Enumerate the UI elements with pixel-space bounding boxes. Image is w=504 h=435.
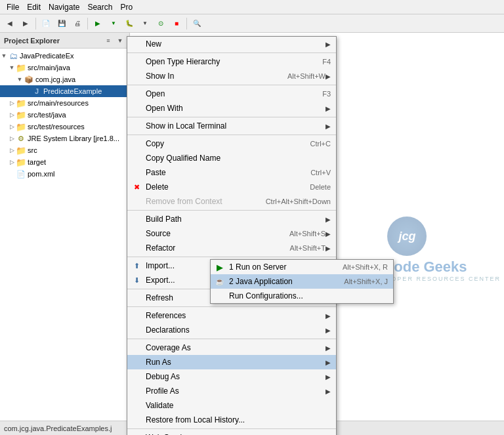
ctx-sep-9 <box>127 339 336 339</box>
ctx-run-as[interactable]: Run As ▶ <box>127 355 336 369</box>
submenu-run-server-shortcut: Alt+Shift+X, R <box>343 263 388 271</box>
status-text: com.jcg.java.PredicateExamples.j <box>4 425 112 432</box>
ctx-open[interactable]: Open F3 <box>127 87 336 101</box>
ctx-web-services[interactable]: Web Services ▶ <box>127 430 336 435</box>
tree-item-jre[interactable]: ▷ ⚙ JRE System Library [jre1.8... <box>0 133 129 144</box>
toolbar-save-btn[interactable]: 💾 <box>54 16 69 31</box>
ctx-open-with-arrow: ▶ <box>326 105 331 112</box>
ctx-paste[interactable]: Paste Ctrl+V <box>127 165 336 180</box>
menu-navigate[interactable]: Navigate <box>45 1 83 13</box>
toolbar-back-btn[interactable]: ◀ <box>3 16 17 31</box>
toolbar-print-btn[interactable]: 🖨 <box>70 16 85 31</box>
ctx-open-hierarchy-shortcut: F4 <box>322 58 331 66</box>
ctx-open-with[interactable]: Open With ▶ <box>127 101 336 115</box>
submenu-run-on-server[interactable]: ▶ 1 Run on Server Alt+Shift+X, R <box>211 260 393 274</box>
context-menu: New ▶ Open Type Hierarchy F4 Show In Alt… <box>127 36 337 435</box>
ctx-declarations[interactable]: Declarations ▶ <box>127 323 336 337</box>
ctx-source[interactable]: Source Alt+Shift+S ▶ <box>127 226 336 241</box>
ctx-paste-shortcut: Ctrl+V <box>310 169 331 176</box>
ctx-remove-context-shortcut: Ctrl+Alt+Shift+Down <box>266 197 331 205</box>
tree-label-target: target <box>28 158 46 166</box>
tree-icon-src: 📁 <box>16 145 26 155</box>
tree-item-src-main-res[interactable]: ▷ 📁 src/main/resources <box>0 97 129 109</box>
toolbar-forward-btn[interactable]: ▶ <box>18 16 33 31</box>
ctx-validate[interactable]: Validate <box>127 398 336 413</box>
ctx-open-with-label: Open With <box>146 104 326 113</box>
ctx-delete-shortcut: Delete <box>310 183 331 191</box>
submenu-run-configurations[interactable]: Run Configurations... <box>211 289 393 303</box>
ctx-delete[interactable]: ✖ Delete Delete <box>127 180 336 194</box>
submenu-run-server-label: 1 Run on Server <box>229 262 329 272</box>
toolbar-run-dropdown-btn[interactable]: ▼ <box>106 16 121 31</box>
menu-edit[interactable]: Edit <box>23 1 45 13</box>
tree-item-target[interactable]: ▷ 📁 target <box>0 156 129 168</box>
tree-item-src[interactable]: ▷ 📁 src <box>0 144 129 156</box>
tree-item-src-test-java[interactable]: ▷ 📁 src/test/java <box>0 109 129 121</box>
ctx-show-in-arrow: ▶ <box>326 73 331 80</box>
tree-item-src-main-java[interactable]: ▼ 📁 src/main/java <box>0 62 129 73</box>
ctx-show-in-shortcut: Alt+Shift+W <box>287 72 326 80</box>
tree-item-pom[interactable]: 📄 pom.xml <box>0 168 129 180</box>
ctx-copy-qualified[interactable]: Copy Qualified Name <box>127 151 336 165</box>
tree-label-src-test-res: src/test/resources <box>28 123 85 131</box>
ctx-open-hierarchy[interactable]: Open Type Hierarchy F4 <box>127 54 336 69</box>
ctx-coverage-as-label: Coverage As <box>146 343 326 352</box>
ctx-open-shortcut: F3 <box>322 90 331 98</box>
ctx-copy[interactable]: Copy Ctrl+C <box>127 136 336 151</box>
toolbar-profile-btn[interactable]: ⊙ <box>154 16 168 31</box>
toolbar-stop-btn[interactable]: ■ <box>169 16 184 31</box>
toolbar-run-btn[interactable]: ▶ <box>91 16 105 31</box>
ctx-copy-qualified-label: Copy Qualified Name <box>146 154 331 163</box>
tree-label-src-main-java: src/main/java <box>28 64 70 72</box>
ctx-profile-as[interactable]: Profile As ▶ <box>127 384 336 398</box>
tree-toggle-jre: ▷ <box>8 135 16 142</box>
ctx-new[interactable]: New ▶ <box>127 37 336 51</box>
ctx-debug-as-label: Debug As <box>146 372 326 381</box>
ctx-build-path[interactable]: Build Path ▶ <box>127 212 336 226</box>
tree-toggle-src-main-res: ▷ <box>8 100 16 106</box>
ctx-show-terminal-arrow: ▶ <box>326 123 331 130</box>
ctx-refactor-label: Refactor <box>146 243 277 253</box>
panel-collapse-btn[interactable]: ≡ <box>103 35 114 46</box>
ctx-import-icon: ⬆ <box>131 260 142 271</box>
ctx-show-terminal[interactable]: Show in Local Terminal ▶ <box>127 119 336 133</box>
submenu-java-application[interactable]: ☕ 2 Java Application Alt+Shift+X, J <box>211 274 393 289</box>
tree-icon-java: J <box>32 86 42 96</box>
toolbar-sep-3 <box>186 18 187 30</box>
ctx-run-as-label: Run As <box>146 358 326 367</box>
watermark-logo-text: jcg <box>398 230 415 243</box>
ctx-sep-8 <box>127 306 336 307</box>
tree-toggle-target: ▷ <box>8 159 16 165</box>
run-as-submenu: ▶ 1 Run on Server Alt+Shift+X, R ☕ 2 Jav… <box>210 259 394 304</box>
panel-actions: ≡ ▼ <box>103 35 125 46</box>
menu-file[interactable]: File <box>3 1 23 13</box>
ctx-references[interactable]: References ▶ <box>127 308 336 323</box>
tree-label-jre: JRE System Library [jre1.8... <box>28 135 119 142</box>
tree-label-src-main-res: src/main/resources <box>28 99 89 107</box>
tree-item-package[interactable]: ▼ 📦 com.jcg.java <box>0 73 129 85</box>
toolbar-search-btn[interactable]: 🔍 <box>190 16 204 31</box>
ctx-debug-as[interactable]: Debug As ▶ <box>127 369 336 384</box>
tree-item-src-test-res[interactable]: ▷ 📁 src/test/resources <box>0 121 129 133</box>
menu-search[interactable]: Search <box>83 1 116 13</box>
tree-item-root[interactable]: ▼ 🗂 JavaPredicateEx <box>0 50 129 62</box>
ctx-new-arrow: ▶ <box>326 41 331 48</box>
ctx-coverage-as[interactable]: Coverage As ▶ <box>127 341 336 355</box>
toolbar-debug-dropdown-btn[interactable]: ▼ <box>138 16 152 31</box>
ctx-remove-context: Remove from Context Ctrl+Alt+Shift+Down <box>127 194 336 209</box>
tree-toggle-src-test-res: ▷ <box>8 123 16 130</box>
ctx-restore-history[interactable]: Restore from Local History... <box>127 413 336 427</box>
tree-icon-folder-main: 📁 <box>16 62 26 73</box>
ctx-refactor[interactable]: Refactor Alt+Shift+T ▶ <box>127 241 336 255</box>
menu-project[interactable]: Pro <box>116 1 136 13</box>
panel-menu-btn[interactable]: ▼ <box>115 35 125 46</box>
submenu-run-config-label: Run Configurations... <box>229 291 388 300</box>
ctx-sep-2 <box>127 85 336 85</box>
ctx-show-in-label: Show In <box>146 72 274 81</box>
toolbar-new-btn[interactable]: 📄 <box>39 16 53 31</box>
tree-item-predicate[interactable]: J PredicateExample <box>0 85 129 97</box>
ctx-profile-as-label: Profile As <box>146 386 326 396</box>
ctx-show-in[interactable]: Show In Alt+Shift+W ▶ <box>127 69 336 83</box>
toolbar-debug-btn[interactable]: 🐛 <box>122 16 136 31</box>
tree-toggle-package: ▼ <box>16 76 24 83</box>
